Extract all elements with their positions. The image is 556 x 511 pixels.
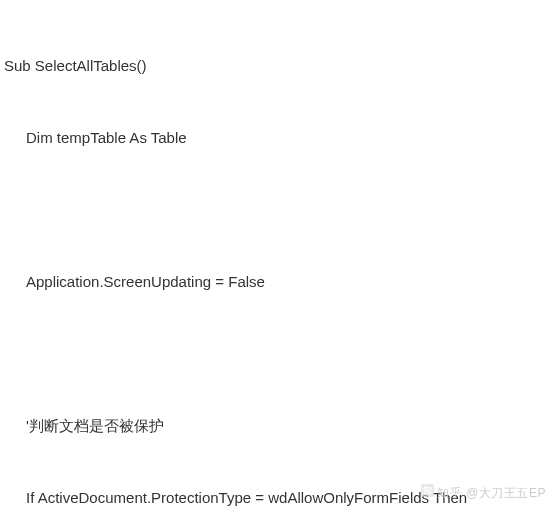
zhihu-logo-icon: 知 [421,484,434,503]
vba-code-block: Sub SelectAllTables() Dim tempTable As T… [4,6,552,511]
code-line: '判断文档是否被保护 [4,414,552,438]
zhihu-watermark: 知 知乎 @大刀王五EP [421,484,546,503]
code-line [4,198,552,222]
code-line: Dim tempTable As Table [4,126,552,150]
code-line [4,342,552,366]
svg-text:知: 知 [422,485,432,495]
code-line: Application.ScreenUpdating = False [4,270,552,294]
watermark-text: 知乎 @大刀王五EP [437,486,546,500]
code-line: Sub SelectAllTables() [4,54,552,78]
